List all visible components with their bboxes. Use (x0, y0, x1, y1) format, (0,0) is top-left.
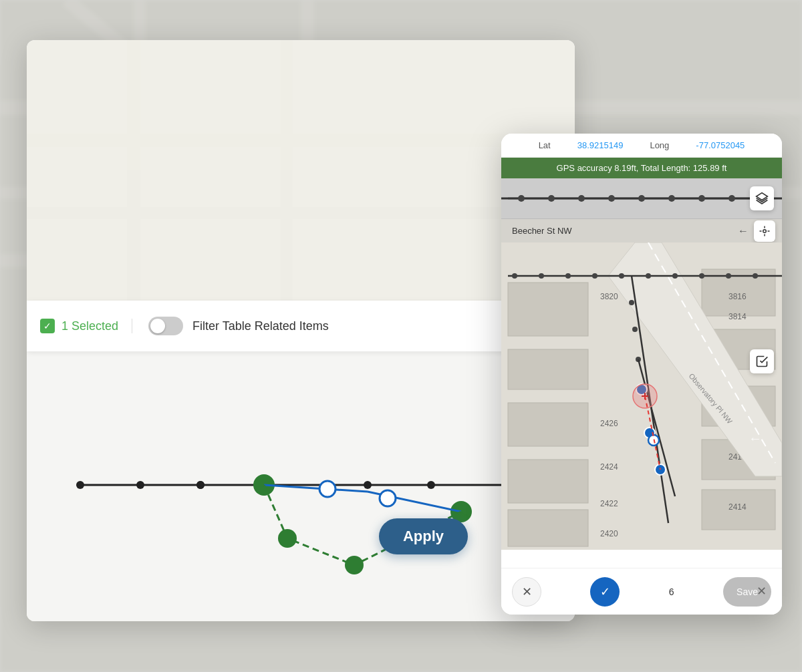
svg-rect-54 (508, 510, 588, 546)
bottom-actions: ✕ ✓ 6 Save (501, 568, 782, 615)
close-button[interactable]: ✕ (751, 581, 771, 601)
svg-point-37 (608, 195, 615, 202)
svg-point-16 (76, 481, 84, 489)
svg-point-85 (629, 300, 634, 305)
svg-rect-51 (508, 349, 588, 389)
svg-point-44 (763, 230, 767, 233)
svg-point-40 (698, 195, 705, 202)
filter-toggle[interactable] (148, 317, 183, 335)
svg-rect-13 (281, 40, 293, 307)
svg-point-30 (345, 556, 364, 574)
svg-text:2414: 2414 (728, 502, 747, 512)
svg-point-21 (427, 481, 435, 489)
selected-section: ✓ 1 Selected (40, 319, 132, 333)
filter-section: Filter Table Related Items (132, 317, 329, 335)
location-icon-button[interactable] (754, 220, 775, 242)
layers-icon-button[interactable] (750, 186, 774, 210)
svg-point-82 (726, 273, 731, 279)
svg-text:←: ← (749, 431, 762, 446)
confirm-button[interactable]: ✓ (590, 577, 620, 607)
svg-point-35 (548, 195, 555, 202)
svg-point-83 (753, 273, 758, 279)
cancel-button[interactable]: ✕ (512, 577, 541, 607)
svg-point-17 (136, 481, 144, 489)
long-value: -77.0752045 (696, 140, 745, 150)
gps-banner: GPS accuracy 8.19ft, Total Length: 125.8… (501, 158, 782, 178)
long-label: Long (650, 140, 669, 150)
svg-point-79 (646, 273, 651, 279)
svg-point-38 (638, 195, 645, 202)
svg-rect-14 (27, 351, 575, 612)
svg-text:2426: 2426 (600, 419, 618, 428)
svg-text:2420: 2420 (600, 529, 618, 538)
svg-point-80 (672, 273, 678, 279)
svg-point-74 (512, 273, 517, 279)
svg-point-20 (364, 481, 372, 489)
svg-point-78 (619, 273, 624, 279)
svg-rect-50 (508, 283, 588, 336)
diagram-area: Apply (27, 351, 575, 621)
apply-button[interactable]: Apply (379, 518, 468, 554)
action-count: 6 (669, 586, 674, 597)
svg-text:2422: 2422 (600, 499, 618, 508)
street-label-bar: Beecher St NW ← (501, 218, 782, 242)
track-section (501, 178, 782, 218)
svg-rect-11 (27, 207, 575, 219)
main-card: ✓ 1 Selected Filter Table Related Items (27, 40, 575, 621)
back-arrow-icon[interactable]: ← (738, 225, 749, 237)
gps-info-bar: Lat 38.9215149 Long -77.0752045 (501, 134, 782, 158)
svg-text:3816: 3816 (728, 292, 747, 301)
right-panel: Lat 38.9215149 Long -77.0752045 GPS accu… (501, 134, 782, 615)
lat-label: Lat (539, 140, 551, 150)
svg-point-76 (565, 273, 571, 279)
filter-label: Filter Table Related Items (192, 319, 329, 333)
svg-rect-10 (27, 134, 575, 147)
svg-point-41 (728, 195, 735, 202)
svg-point-86 (632, 327, 638, 332)
main-map-section: 3816 3820 3818 3814 2426 2424 2422 2420 … (501, 242, 782, 550)
svg-point-36 (578, 195, 585, 202)
check-icon-button[interactable] (750, 349, 774, 373)
svg-point-29 (278, 529, 297, 548)
street-name: Beecher St NW (512, 226, 572, 236)
filter-bar: ✓ 1 Selected Filter Table Related Items (27, 301, 575, 351)
checkbox-icon: ✓ (40, 319, 55, 333)
svg-text:3820: 3820 (600, 292, 618, 301)
svg-point-75 (539, 273, 544, 279)
svg-point-27 (319, 481, 336, 497)
svg-point-81 (699, 273, 704, 279)
svg-point-39 (668, 195, 675, 202)
svg-point-77 (592, 273, 597, 279)
svg-point-34 (518, 195, 525, 202)
svg-rect-52 (508, 403, 588, 446)
svg-rect-12 (127, 40, 140, 307)
lat-value: 38.9215149 (577, 140, 624, 150)
svg-point-28 (380, 490, 396, 506)
svg-text:2424: 2424 (600, 462, 618, 472)
svg-point-32 (196, 481, 205, 489)
selected-label: 1 Selected (61, 319, 118, 333)
svg-rect-53 (508, 460, 588, 503)
svg-text:3814: 3814 (728, 312, 747, 321)
